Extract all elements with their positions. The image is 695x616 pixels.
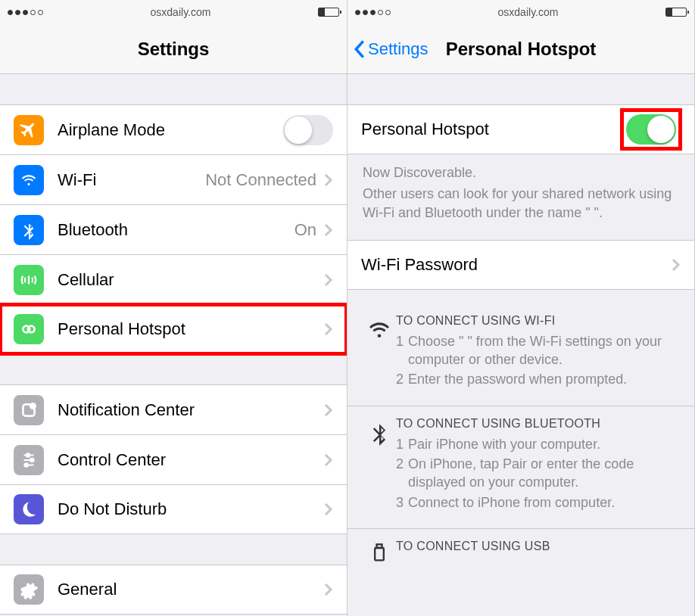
gear-icon <box>14 574 44 605</box>
page-title: Personal Hotspot <box>446 39 597 60</box>
cell-label: Control Center <box>58 450 324 470</box>
svg-point-5 <box>30 458 33 461</box>
battery-icon <box>318 8 339 17</box>
battery-icon <box>665 8 687 17</box>
chevron-right-icon <box>324 453 333 467</box>
cell-label: Do Not Disturb <box>58 499 324 519</box>
instr-title: TO CONNECT USING USB <box>396 540 679 553</box>
group-general: General <box>0 565 347 614</box>
chevron-right-icon <box>672 258 681 272</box>
instr-bluetooth: TO CONNECT USING BLUETOOTH 1Pair iPhone … <box>348 406 694 529</box>
cell-label: Notification Center <box>58 400 324 420</box>
status-url: osxdaily.com <box>391 6 665 18</box>
chevron-right-icon <box>324 583 333 596</box>
chevron-right-icon <box>324 173 333 187</box>
instr-step: 1Pair iPhone with your computer. <box>396 435 679 453</box>
cell-control-center[interactable]: Control Center <box>0 434 347 484</box>
svg-point-1 <box>28 326 35 333</box>
back-button[interactable]: Settings <box>354 39 429 59</box>
svg-rect-8 <box>377 544 382 548</box>
svg-point-4 <box>26 453 30 456</box>
chevron-right-icon <box>324 403 333 417</box>
cell-wifi-password[interactable]: Wi-Fi Password <box>348 240 694 290</box>
phone-left: osxdaily.com Settings Airplane Mode Wi-F… <box>0 0 348 616</box>
chevron-right-icon <box>324 502 333 516</box>
instr-wifi: TO CONNECT USING WI-FI 1Choose " " from … <box>348 303 694 406</box>
instr-step: 2Enter the password when prompted. <box>396 370 679 388</box>
airplane-icon <box>14 115 44 145</box>
cell-bluetooth[interactable]: Bluetooth On <box>0 204 347 254</box>
instr-step: 1Choose " " from the Wi-Fi settings on y… <box>396 332 679 369</box>
instr-step: 3Connect to iPhone from computer. <box>396 493 679 512</box>
hotspot-settings[interactable]: Personal Hotspot Now Discoverable. Other… <box>348 74 694 616</box>
control-center-icon <box>14 445 44 475</box>
wifi-icon <box>363 314 396 390</box>
airplane-toggle[interactable] <box>283 115 333 145</box>
bluetooth-icon <box>363 417 396 513</box>
group-notifications: Notification Center Control Center Do No… <box>0 384 347 534</box>
cell-personal-hotspot[interactable]: Personal Hotspot <box>0 304 347 354</box>
nav-bar: Settings Personal Hotspot <box>348 24 694 74</box>
cell-label: Cellular <box>58 270 324 290</box>
settings-list[interactable]: Airplane Mode Wi-Fi Not Connected Blueto… <box>0 74 347 616</box>
page-title: Settings <box>138 39 210 60</box>
cell-label: Airplane Mode <box>58 120 283 140</box>
moon-icon <box>14 494 44 524</box>
phone-right: osxdaily.com Settings Personal Hotspot P… <box>348 0 695 616</box>
instr-step: 2On iPhone, tap Pair or enter the code d… <box>396 455 679 492</box>
signal-dots-icon <box>8 10 43 15</box>
instr-usb: TO CONNECT USING USB <box>348 529 694 579</box>
usb-icon <box>363 540 396 564</box>
svg-rect-7 <box>375 548 384 560</box>
hotspot-toggle[interactable] <box>626 114 676 145</box>
discoverable-title: Now Discoverable. <box>363 163 679 182</box>
status-url: osxdaily.com <box>43 6 318 18</box>
bluetooth-icon <box>14 215 44 245</box>
instr-title: TO CONNECT USING WI-FI <box>396 314 679 328</box>
notification-icon <box>14 395 44 425</box>
cell-label: Personal Hotspot <box>58 319 324 339</box>
chevron-right-icon <box>324 223 333 237</box>
cell-do-not-disturb[interactable]: Do Not Disturb <box>0 484 347 534</box>
cellular-icon <box>14 265 44 295</box>
cell-hotspot-toggle[interactable]: Personal Hotspot <box>348 104 694 154</box>
chevron-right-icon <box>324 273 333 287</box>
cell-notification-center[interactable]: Notification Center <box>0 384 347 434</box>
discoverable-text: Now Discoverable. Other users can look f… <box>348 154 694 225</box>
cell-detail: On <box>295 220 316 240</box>
wifi-icon <box>14 165 44 195</box>
hotspot-icon <box>14 314 44 344</box>
svg-point-6 <box>25 463 28 466</box>
group-toggle: Personal Hotspot <box>348 104 694 154</box>
cell-label: General <box>58 580 324 599</box>
group-connectivity: Airplane Mode Wi-Fi Not Connected Blueto… <box>0 104 347 354</box>
status-bar: osxdaily.com <box>0 0 347 24</box>
cell-wifi[interactable]: Wi-Fi Not Connected <box>0 154 347 204</box>
chevron-right-icon <box>324 322 333 336</box>
nav-bar: Settings <box>0 24 347 74</box>
cell-airplane-mode[interactable]: Airplane Mode <box>0 104 347 154</box>
svg-point-3 <box>30 403 35 409</box>
status-bar: osxdaily.com <box>348 0 694 24</box>
cell-detail: Not Connected <box>205 170 316 190</box>
cell-general[interactable]: General <box>0 565 347 614</box>
instr-title: TO CONNECT USING BLUETOOTH <box>396 417 679 431</box>
cell-cellular[interactable]: Cellular <box>0 254 347 304</box>
discoverable-body: Other users can look for your shared net… <box>363 185 679 222</box>
group-wifi-pw: Wi-Fi Password <box>348 240 694 290</box>
signal-dots-icon <box>355 10 391 15</box>
cell-label: Wi-Fi Password <box>361 255 672 275</box>
back-label: Settings <box>368 39 429 59</box>
cell-label: Personal Hotspot <box>361 120 622 139</box>
cell-label: Wi-Fi <box>58 170 205 190</box>
cell-label: Bluetooth <box>58 220 295 240</box>
